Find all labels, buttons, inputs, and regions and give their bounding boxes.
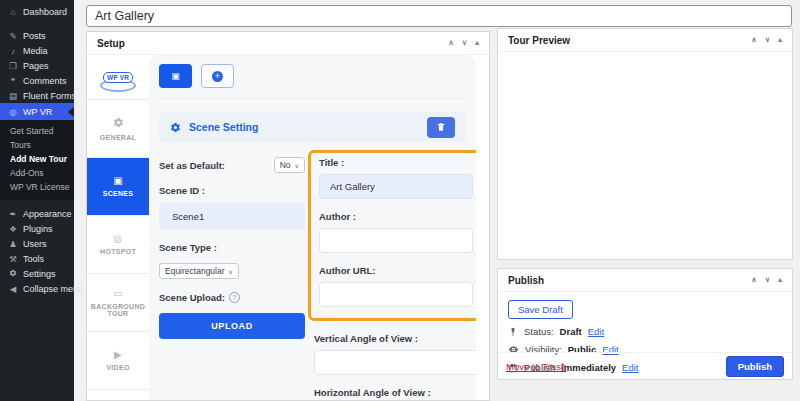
media-icon: ♪: [8, 46, 18, 56]
set-as-default-value: No: [280, 160, 291, 170]
add-scene-button[interactable]: +: [201, 64, 234, 88]
tab-label: VIDEO: [106, 364, 129, 371]
hotspot-target-icon: ◎: [113, 234, 122, 244]
setup-panel-title: Setup: [97, 38, 125, 49]
tab-label: SCENES: [103, 190, 134, 197]
publish-button[interactable]: Publish: [726, 356, 784, 377]
users-icon: ♟: [8, 239, 18, 249]
author-input[interactable]: [319, 228, 473, 253]
scene-setting-header: Scene Setting: [159, 112, 466, 142]
plus-icon: +: [212, 71, 223, 82]
move-up-icon[interactable]: ∧: [751, 276, 757, 284]
delete-scene-button[interactable]: [427, 117, 455, 138]
highlight-box: Title : ? Author : ? Author URL:: [308, 150, 476, 321]
comments-icon: ❝: [8, 76, 18, 86]
wpvr-submenu: Get Started Tours Add New Tour Add-Ons W…: [0, 120, 74, 200]
save-draft-button[interactable]: Save Draft: [508, 300, 573, 319]
move-down-icon[interactable]: ∨: [765, 276, 771, 284]
sidebar-item-plugins[interactable]: ❖ Plugins: [0, 221, 74, 236]
general-gear-icon: [113, 117, 124, 130]
submenu-item-add-ons[interactable]: Add-Ons: [0, 166, 74, 180]
sidebar-item-collapse-menu[interactable]: ◀ Collapse menu: [0, 281, 74, 296]
info-icon[interactable]: ?: [229, 292, 240, 303]
wpvr-logo: WP VR: [87, 55, 149, 100]
move-down-icon[interactable]: ∨: [462, 39, 468, 47]
settings-gear-icon: [8, 269, 18, 279]
sidebar-item-label: Collapse menu: [23, 284, 83, 294]
tab-hotspot[interactable]: ◎ HOTSPOT: [87, 216, 149, 274]
tab-label: GENERAL: [100, 134, 136, 141]
set-as-default-select[interactable]: No ∨: [274, 157, 305, 173]
toggle-panel-icon[interactable]: ▴: [475, 39, 479, 47]
sidebar-item-users[interactable]: ♟ Users: [0, 236, 74, 251]
tab-general[interactable]: GENERAL: [87, 100, 149, 158]
vertical-angle-label: Vertical Angle of View :: [314, 333, 476, 344]
move-down-icon[interactable]: ∨: [765, 36, 771, 44]
submenu-item-tours[interactable]: Tours: [0, 138, 74, 152]
publish-panel-title: Publish: [508, 275, 544, 286]
sidebar-item-dashboard[interactable]: ⌂ Dashboard: [0, 4, 74, 19]
scene-setting-title: Scene Setting: [189, 121, 258, 133]
pin-icon: [508, 327, 518, 337]
tab-video[interactable]: ▶ VIDEO: [87, 332, 149, 390]
title-label: Title :: [319, 157, 476, 168]
sidebar-item-tools[interactable]: ⚒ Tools: [0, 251, 74, 266]
tab-scenes[interactable]: ▣ SCENES: [87, 158, 149, 216]
toggle-panel-icon[interactable]: ▴: [778, 276, 782, 284]
sidebar-item-label: Users: [23, 239, 47, 249]
sidebar-item-comments[interactable]: ❝ Comments: [0, 73, 74, 88]
sidebar-item-posts[interactable]: ✎ Posts: [0, 28, 74, 43]
tab-label: BACKGROUND TOUR: [90, 303, 146, 317]
tab-label: HOTSPOT: [100, 248, 136, 255]
fluent-forms-icon: ▤: [8, 91, 18, 101]
submenu-item-wpvr-license[interactable]: WP VR License: [0, 180, 74, 194]
move-to-trash-link[interactable]: Move to Trash: [506, 361, 566, 372]
upload-button[interactable]: UPLOAD: [159, 313, 305, 339]
scene-setting-gear-icon: [170, 122, 181, 133]
active-menu-arrow: [68, 107, 74, 117]
collapse-icon: ◀: [8, 284, 18, 294]
tour-title-input[interactable]: [86, 5, 792, 27]
sidebar-item-label: Dashboard: [23, 7, 67, 17]
chevron-down-icon: ∨: [295, 162, 299, 169]
scene-type-value: Equirectangular: [165, 266, 225, 276]
sidebar-item-media[interactable]: ♪ Media: [0, 43, 74, 58]
video-icon: ▶: [114, 350, 122, 360]
chevron-down-icon: ∨: [229, 268, 233, 275]
scene-settings-area: ▣ + Scene Setting Set as Default:: [149, 55, 476, 400]
vertical-angle-input[interactable]: [314, 350, 476, 375]
sidebar-item-label: Appearance: [23, 209, 72, 219]
admin-sidebar: ⌂ Dashboard ✎ Posts ♪ Media ❐ Pages ❝ Co…: [0, 0, 74, 401]
sidebar-item-wpvr[interactable]: ◎ WP VR: [0, 103, 74, 120]
submenu-item-add-new-tour[interactable]: Add New Tour: [0, 152, 74, 166]
sidebar-item-label: WP VR: [23, 107, 52, 117]
wpvr-icon: ◎: [8, 107, 18, 117]
sidebar-item-pages[interactable]: ❐ Pages: [0, 58, 74, 73]
sidebar-item-label: Settings: [23, 269, 56, 279]
tab-background-tour[interactable]: ▭ BACKGROUND TOUR: [87, 274, 149, 332]
toggle-panel-icon[interactable]: ▴: [778, 36, 782, 44]
edit-status-link[interactable]: Edit: [588, 326, 604, 337]
sidebar-item-label: Comments: [23, 76, 67, 86]
scene-title-input[interactable]: [319, 174, 473, 199]
tour-preview-title: Tour Preview: [508, 35, 570, 46]
scene-type-select[interactable]: Equirectangular ∨: [159, 263, 239, 279]
pages-icon: ❐: [8, 61, 18, 71]
set-as-default-label: Set as Default:: [159, 160, 225, 171]
sidebar-item-label: Tools: [23, 254, 44, 264]
scenes-image-icon: ▣: [113, 176, 123, 186]
sidebar-item-settings[interactable]: Settings: [0, 266, 74, 281]
move-up-icon[interactable]: ∧: [448, 39, 454, 47]
move-up-icon[interactable]: ∧: [751, 36, 757, 44]
scene-thumbnail-button[interactable]: ▣: [159, 64, 192, 88]
author-url-input[interactable]: [319, 282, 473, 307]
image-icon: ▣: [171, 71, 180, 81]
background-tour-icon: ▭: [113, 289, 123, 299]
sidebar-item-fluent-forms[interactable]: ▤ Fluent Forms: [0, 88, 74, 103]
sidebar-item-label: Plugins: [23, 224, 53, 234]
sidebar-item-label: Fluent Forms: [23, 91, 76, 101]
sidebar-item-appearance[interactable]: ✒ Appearance: [0, 206, 74, 221]
plugins-icon: ❖: [8, 224, 18, 234]
submenu-item-get-started[interactable]: Get Started: [0, 124, 74, 138]
scene-id-value: Scene1: [159, 203, 305, 230]
